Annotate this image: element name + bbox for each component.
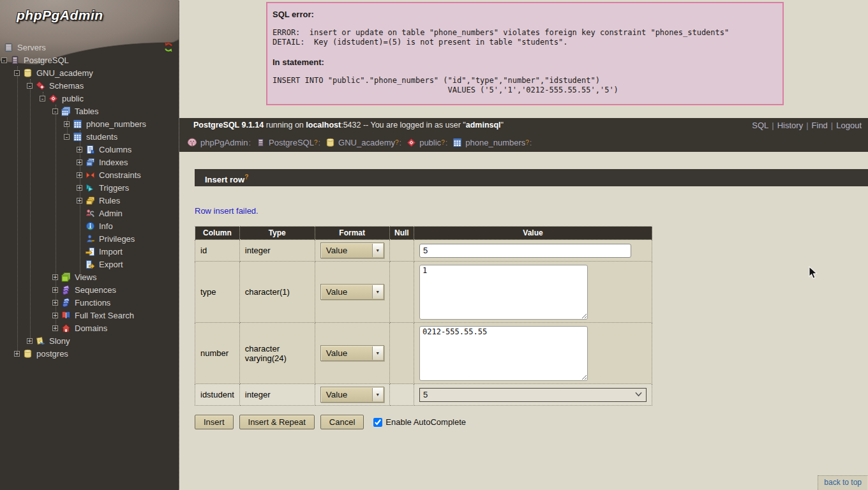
tree-label[interactable]: postgres (36, 349, 68, 359)
expand-icon[interactable]: + (52, 274, 58, 280)
idstudent-format-select[interactable]: Value▼ (320, 387, 384, 403)
tree-item-phone-numbers[interactable]: +phone_numbers (0, 117, 179, 130)
tree-label[interactable]: students (86, 132, 117, 142)
breadcrumb-schema[interactable]: public (419, 138, 441, 147)
tree-item-info[interactable]: Info (0, 219, 179, 232)
tree-label[interactable]: Export (99, 260, 123, 269)
tree-label[interactable]: Constraints (99, 170, 141, 180)
expand-icon[interactable]: + (52, 325, 58, 331)
collapse-icon[interactable]: - (1, 57, 7, 63)
tree-label[interactable]: Columns (99, 145, 131, 154)
tree-label[interactable]: Info (99, 221, 113, 231)
tree-item-domains[interactable]: +Domains (0, 322, 179, 334)
tree-label[interactable]: Full Text Search (75, 311, 134, 320)
tree-label[interactable]: Sequences (75, 285, 116, 295)
tree-item-views[interactable]: +Views (0, 271, 179, 283)
expand-icon[interactable]: + (77, 185, 82, 191)
tree-label[interactable]: Import (99, 247, 123, 256)
tree-label[interactable]: phone_numbers (86, 119, 146, 129)
tree-item-columns[interactable]: +Columns (0, 143, 179, 156)
insert-and-repeat-button[interactable]: Insert & Repeat (239, 415, 315, 429)
collapse-icon[interactable]: - (64, 134, 70, 140)
columns-icon (86, 145, 95, 154)
idstudent-value-select[interactable]: 5 (419, 388, 647, 402)
schema-icon (407, 138, 416, 147)
cancel-button[interactable]: Cancel (320, 415, 364, 429)
tree-item-functions[interactable]: +Functions (0, 296, 179, 309)
tree-label[interactable]: Rules (99, 196, 120, 205)
tree-label[interactable]: Functions (75, 298, 110, 308)
collapse-icon[interactable]: - (14, 70, 20, 76)
tree-item-rules[interactable]: +Rules (0, 194, 179, 207)
collapse-icon[interactable]: - (27, 83, 33, 89)
sequences-icon (61, 285, 71, 295)
autocomplete-checkbox[interactable] (373, 418, 382, 427)
id-format-select[interactable]: Value▼ (320, 242, 384, 258)
tree-label[interactable]: Servers (17, 43, 46, 52)
tree-item-tables[interactable]: -Tables (0, 105, 179, 117)
tree-item-public[interactable]: -public (0, 92, 179, 105)
tree-label[interactable]: Admin (99, 209, 123, 218)
type-format-select[interactable]: Value▼ (320, 284, 384, 300)
tree-item-indexes[interactable]: +Indexes (0, 156, 179, 168)
help-icon[interactable]: ? (244, 174, 248, 181)
expand-icon[interactable]: + (77, 198, 82, 204)
tree-label[interactable]: Domains (75, 323, 107, 333)
tree-label[interactable]: Privileges (99, 234, 135, 244)
tree-item-export[interactable]: Export (0, 258, 179, 271)
breadcrumb-table[interactable]: phone_numbers (465, 138, 525, 147)
expand-icon[interactable]: + (77, 160, 82, 165)
schema-icon (49, 94, 58, 103)
tree-item-privileges[interactable]: Privileges (0, 232, 179, 245)
tree-item-full-text-search[interactable]: +Full Text Search (0, 309, 179, 322)
number-format-select[interactable]: Value▼ (320, 345, 384, 361)
number-value-textarea[interactable]: 0212-555.55.55 (419, 326, 588, 381)
expand-icon[interactable]: + (52, 313, 58, 318)
tree-item-servers[interactable]: Servers (0, 41, 179, 54)
expand-icon[interactable]: + (52, 300, 58, 306)
tree-label[interactable]: Views (75, 272, 96, 282)
help-icon[interactable]: ? (441, 139, 445, 146)
tree-item-sequences[interactable]: +Sequences (0, 283, 179, 296)
expand-icon[interactable]: + (77, 172, 82, 178)
back-to-top-link[interactable]: back to top (818, 475, 867, 490)
tree-item-gnu-academy[interactable]: -GNU_academy (0, 66, 179, 79)
tree-label[interactable]: Indexes (99, 158, 128, 167)
tree-item-import[interactable]: Import (0, 245, 179, 258)
type-value-textarea[interactable]: 1 (419, 265, 588, 320)
tree-item-slony[interactable]: +Slony (0, 334, 179, 347)
collapse-icon[interactable]: - (52, 108, 58, 114)
tree-label[interactable]: GNU_academy (36, 68, 93, 78)
breadcrumb-server[interactable]: PostgreSQL (269, 138, 314, 147)
history-link[interactable]: History (777, 121, 803, 130)
expand-icon[interactable]: + (14, 351, 20, 357)
tree-item-triggers[interactable]: +Triggers (0, 181, 179, 194)
help-icon[interactable]: ? (314, 139, 318, 146)
id-value-input[interactable] (419, 244, 631, 258)
tree-item-students[interactable]: -students (0, 130, 179, 143)
tree-label[interactable]: PostgreSQL (24, 56, 69, 65)
collapse-icon[interactable]: - (40, 96, 45, 101)
tree-item-postgresql[interactable]: -PostgreSQL (0, 54, 179, 66)
logout-link[interactable]: Logout (836, 121, 862, 130)
expand-icon[interactable]: + (52, 287, 58, 293)
breadcrumb-database[interactable]: GNU_academy (338, 138, 395, 147)
tree-item-schemas[interactable]: -Schemas (0, 79, 179, 92)
help-icon[interactable]: ? (395, 139, 399, 146)
find-link[interactable]: Find (812, 121, 828, 130)
expand-icon[interactable]: + (64, 121, 70, 127)
tree-label[interactable]: public (62, 94, 84, 103)
tree-label[interactable]: Tables (75, 107, 99, 116)
help-icon[interactable]: ? (525, 139, 529, 146)
insert-button[interactable]: Insert (195, 415, 234, 429)
tree-label[interactable]: Schemas (49, 81, 84, 91)
expand-icon[interactable]: + (27, 338, 33, 344)
tree-label[interactable]: Triggers (99, 183, 129, 193)
tree-item-admin[interactable]: Admin (0, 207, 179, 219)
tree-item-postgres[interactable]: +postgres (0, 347, 179, 360)
tree-label[interactable]: Slony (49, 336, 70, 346)
expand-icon[interactable]: + (77, 147, 82, 152)
slony-icon (36, 336, 45, 346)
tree-item-constraints[interactable]: +Constraints (0, 168, 179, 181)
sql-link[interactable]: SQL (752, 121, 768, 130)
